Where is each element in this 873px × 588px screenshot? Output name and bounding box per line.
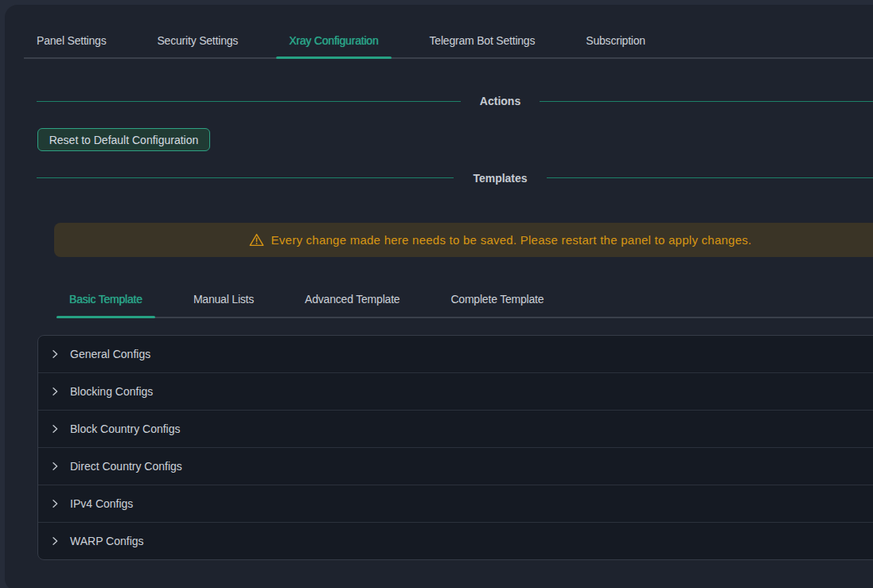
tab-advanced-template[interactable]: Advanced Template xyxy=(292,282,412,317)
collapse-general-configs[interactable]: General Configs xyxy=(38,336,873,372)
collapse-item-label: IPv4 Configs xyxy=(70,497,133,510)
collapse-block-country-configs[interactable]: Block Country Configs xyxy=(38,410,873,447)
template-collapse-list: General Configs Blocking Configs Block C… xyxy=(37,335,873,560)
warning-triangle-icon xyxy=(249,233,264,247)
tab-security-settings[interactable]: Security Settings xyxy=(144,23,251,57)
chevron-right-icon xyxy=(50,349,60,359)
collapse-warp-configs[interactable]: WARP Configs xyxy=(38,522,873,559)
templates-divider: Templates xyxy=(37,167,873,189)
collapse-direct-country-configs[interactable]: Direct Country Configs xyxy=(38,447,873,485)
collapse-item-label: WARP Configs xyxy=(70,535,144,547)
reset-to-default-button[interactable]: Reset to Default Configuration xyxy=(37,128,210,151)
divider-line-left xyxy=(37,177,454,178)
tab-telegram-bot-settings[interactable]: Telegram Bot Settings xyxy=(417,23,548,57)
settings-tab-bar: Panel Settings Security Settings Xray Co… xyxy=(24,23,873,59)
collapse-item-label: Blocking Configs xyxy=(70,385,153,398)
tab-subscription[interactable]: Subscription xyxy=(573,23,658,57)
collapse-item-label: Block Country Configs xyxy=(70,423,181,435)
tab-basic-template[interactable]: Basic Template xyxy=(57,282,155,317)
collapse-ipv4-configs[interactable]: IPv4 Configs xyxy=(38,485,873,522)
divider-line-right xyxy=(540,101,873,102)
actions-divider-label: Actions xyxy=(461,95,540,107)
restart-warning-text: Every change made here needs to be saved… xyxy=(271,233,752,247)
tab-complete-template[interactable]: Complete Template xyxy=(438,282,556,317)
chevron-right-icon xyxy=(50,499,60,508)
templates-divider-label: Templates xyxy=(454,172,546,185)
chevron-right-icon xyxy=(50,387,60,396)
collapse-item-label: General Configs xyxy=(70,348,150,360)
restart-warning-alert: Every change made here needs to be saved… xyxy=(54,223,873,257)
tab-panel-settings[interactable]: Panel Settings xyxy=(24,23,119,57)
settings-card: Panel Settings Security Settings Xray Co… xyxy=(5,5,873,588)
tab-manual-lists[interactable]: Manual Lists xyxy=(181,282,267,317)
collapse-blocking-configs[interactable]: Blocking Configs xyxy=(38,372,873,410)
tab-xray-configuration[interactable]: Xray Configuration xyxy=(276,23,391,57)
chevron-right-icon xyxy=(50,424,60,434)
divider-line-right xyxy=(547,177,873,178)
template-tab-bar: Basic Template Manual Lists Advanced Tem… xyxy=(57,282,873,318)
collapse-item-label: Direct Country Configs xyxy=(70,460,182,473)
divider-line-left xyxy=(37,101,461,102)
chevron-right-icon xyxy=(50,536,60,546)
actions-divider: Actions xyxy=(37,90,873,112)
chevron-right-icon xyxy=(50,461,60,471)
